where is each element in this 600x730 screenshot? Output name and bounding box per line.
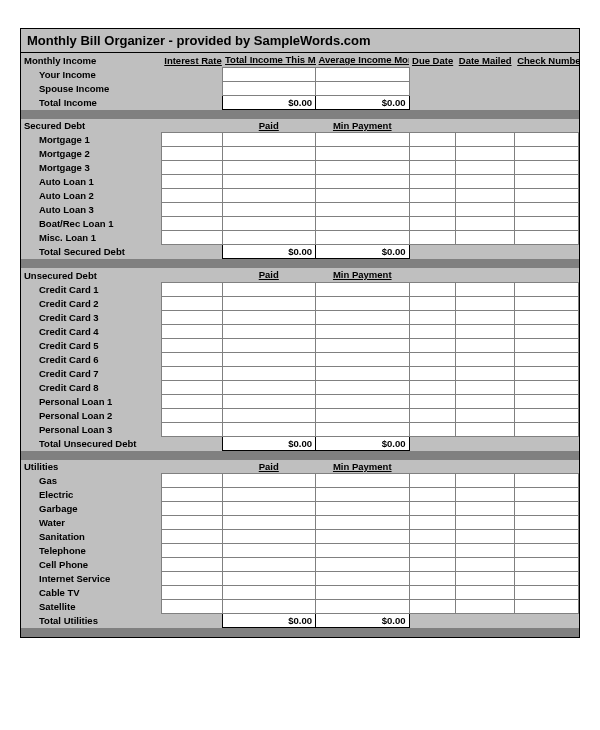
input-cell[interactable] <box>316 544 410 558</box>
input-cell[interactable] <box>409 516 456 530</box>
input-cell[interactable] <box>456 572 514 586</box>
input-cell[interactable] <box>514 516 578 530</box>
input-cell[interactable] <box>409 282 456 296</box>
input-cell[interactable] <box>316 133 410 147</box>
input-cell[interactable] <box>409 324 456 338</box>
input-cell[interactable] <box>514 544 578 558</box>
input-cell[interactable] <box>514 488 578 502</box>
input-cell[interactable] <box>514 600 578 614</box>
input-cell[interactable] <box>514 558 578 572</box>
input-cell[interactable] <box>456 380 514 394</box>
input-cell[interactable] <box>222 81 316 95</box>
input-cell[interactable] <box>409 474 456 488</box>
input-cell[interactable] <box>161 133 222 147</box>
input-cell[interactable] <box>222 217 316 231</box>
input-cell[interactable] <box>409 394 456 408</box>
input-cell[interactable] <box>514 324 578 338</box>
input-cell[interactable] <box>514 394 578 408</box>
input-cell[interactable] <box>316 296 410 310</box>
input-cell[interactable] <box>456 324 514 338</box>
input-cell[interactable] <box>409 147 456 161</box>
input-cell[interactable] <box>456 282 514 296</box>
input-cell[interactable] <box>456 161 514 175</box>
input-cell[interactable] <box>409 530 456 544</box>
input-cell[interactable] <box>161 175 222 189</box>
input-cell[interactable] <box>456 296 514 310</box>
input-cell[interactable] <box>222 558 316 572</box>
input-cell[interactable] <box>456 502 514 516</box>
input-cell[interactable] <box>222 147 316 161</box>
input-cell[interactable] <box>316 488 410 502</box>
input-cell[interactable] <box>316 380 410 394</box>
input-cell[interactable] <box>409 600 456 614</box>
input-cell[interactable] <box>161 324 222 338</box>
input-cell[interactable] <box>316 282 410 296</box>
input-cell[interactable] <box>514 175 578 189</box>
input-cell[interactable] <box>316 310 410 324</box>
input-cell[interactable] <box>161 502 222 516</box>
input-cell[interactable] <box>161 352 222 366</box>
input-cell[interactable] <box>409 175 456 189</box>
input-cell[interactable] <box>316 352 410 366</box>
input-cell[interactable] <box>161 394 222 408</box>
input-cell[interactable] <box>456 516 514 530</box>
input-cell[interactable] <box>222 338 316 352</box>
input-cell[interactable] <box>409 502 456 516</box>
input-cell[interactable] <box>161 558 222 572</box>
input-cell[interactable] <box>222 516 316 530</box>
input-cell[interactable] <box>161 422 222 436</box>
input-cell[interactable] <box>514 203 578 217</box>
input-cell[interactable] <box>514 572 578 586</box>
input-cell[interactable] <box>514 380 578 394</box>
input-cell[interactable] <box>161 380 222 394</box>
input-cell[interactable] <box>514 586 578 600</box>
input-cell[interactable] <box>456 133 514 147</box>
input-cell[interactable] <box>316 572 410 586</box>
input-cell[interactable] <box>409 422 456 436</box>
input-cell[interactable] <box>222 324 316 338</box>
input-cell[interactable] <box>316 408 410 422</box>
input-cell[interactable] <box>222 530 316 544</box>
input-cell[interactable] <box>316 366 410 380</box>
input-cell[interactable] <box>409 488 456 502</box>
input-cell[interactable] <box>222 600 316 614</box>
input-cell[interactable] <box>222 474 316 488</box>
input-cell[interactable] <box>161 530 222 544</box>
input-cell[interactable] <box>161 217 222 231</box>
input-cell[interactable] <box>456 544 514 558</box>
input-cell[interactable] <box>514 502 578 516</box>
input-cell[interactable] <box>514 530 578 544</box>
input-cell[interactable] <box>409 586 456 600</box>
input-cell[interactable] <box>456 488 514 502</box>
input-cell[interactable] <box>316 516 410 530</box>
input-cell[interactable] <box>222 175 316 189</box>
input-cell[interactable] <box>316 161 410 175</box>
input-cell[interactable] <box>316 502 410 516</box>
input-cell[interactable] <box>456 175 514 189</box>
input-cell[interactable] <box>316 67 410 81</box>
input-cell[interactable] <box>409 231 456 245</box>
input-cell[interactable] <box>316 600 410 614</box>
input-cell[interactable] <box>514 474 578 488</box>
input-cell[interactable] <box>409 352 456 366</box>
input-cell[interactable] <box>222 133 316 147</box>
input-cell[interactable] <box>161 516 222 530</box>
input-cell[interactable] <box>161 586 222 600</box>
input-cell[interactable] <box>222 394 316 408</box>
input-cell[interactable] <box>161 310 222 324</box>
input-cell[interactable] <box>514 231 578 245</box>
input-cell[interactable] <box>222 502 316 516</box>
input-cell[interactable] <box>222 422 316 436</box>
input-cell[interactable] <box>514 147 578 161</box>
input-cell[interactable] <box>514 310 578 324</box>
input-cell[interactable] <box>222 189 316 203</box>
input-cell[interactable] <box>514 408 578 422</box>
input-cell[interactable] <box>161 600 222 614</box>
input-cell[interactable] <box>316 338 410 352</box>
input-cell[interactable] <box>316 422 410 436</box>
input-cell[interactable] <box>222 352 316 366</box>
input-cell[interactable] <box>409 217 456 231</box>
input-cell[interactable] <box>222 203 316 217</box>
input-cell[interactable] <box>409 380 456 394</box>
input-cell[interactable] <box>456 352 514 366</box>
